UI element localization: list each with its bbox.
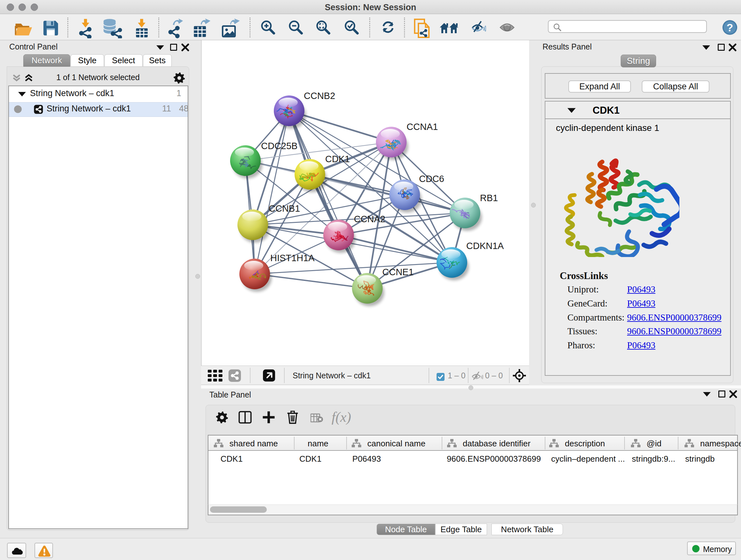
svg-text:RB1: RB1 xyxy=(480,193,498,203)
svg-text:?: ? xyxy=(727,22,733,34)
svg-text:CCNA2: CCNA2 xyxy=(354,214,385,224)
svg-text:CDK1: CDK1 xyxy=(325,154,350,164)
svg-text:CCNB2: CCNB2 xyxy=(304,91,335,101)
svg-text:CDC6: CDC6 xyxy=(419,174,444,184)
svg-text:CDKN1A: CDKN1A xyxy=(466,241,504,251)
svg-text:CCNE1: CCNE1 xyxy=(382,267,414,277)
svg-text:CCNA1: CCNA1 xyxy=(407,122,438,132)
svg-text:CDC25B: CDC25B xyxy=(261,141,297,151)
svg-text:HIST1H1A: HIST1H1A xyxy=(270,253,315,263)
svg-text:CCNB1: CCNB1 xyxy=(269,203,300,213)
